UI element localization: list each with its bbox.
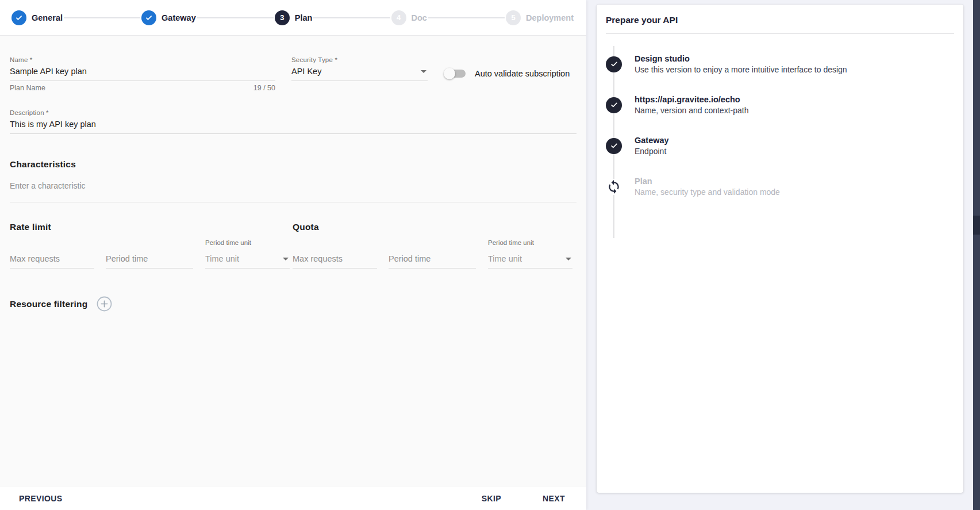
step-label-deployment: Deployment [526, 13, 574, 22]
security-type-select[interactable]: API Key [291, 63, 428, 81]
stepper-connector [64, 17, 140, 18]
progress-item-design-studio: Design studio Use this version to enjoy … [606, 54, 954, 74]
page-scrollbar-thumb[interactable] [973, 216, 980, 235]
resource-filtering-section: Resource filtering [10, 296, 577, 312]
auto-validate-toggle[interactable] [445, 70, 466, 78]
panel-divider [606, 33, 954, 34]
plan-wizard-card: General Gateway 3 Plan 4 Doc 5 Deploymen… [0, 0, 586, 510]
security-type-field-group: Security Type * API Key [291, 56, 428, 81]
wizard-footer: PREVIOUS SKIP NEXT [0, 486, 586, 510]
check-circle-icon [606, 138, 622, 154]
step-label-doc: Doc [412, 13, 427, 22]
stepper-step-doc[interactable]: 4 Doc [391, 10, 427, 25]
step-label-gateway: Gateway [162, 13, 196, 22]
name-input[interactable] [10, 63, 275, 81]
progress-item-title: Plan [635, 177, 780, 186]
name-field-label: Name * [10, 56, 275, 63]
stepper-step-deployment[interactable]: 5 Deployment [506, 10, 574, 25]
plan-form: Name * Plan Name 19 / 50 Security Type *… [0, 36, 586, 486]
previous-button[interactable]: PREVIOUS [19, 494, 63, 503]
step-label-plan: Plan [295, 13, 313, 22]
wizard-stepper: General Gateway 3 Plan 4 Doc 5 Deploymen… [0, 0, 586, 36]
step-done-check-icon [141, 10, 156, 25]
characteristic-input[interactable] [10, 178, 577, 202]
rate-limit-time-unit-select[interactable]: Time unit [205, 251, 290, 269]
check-circle-icon [606, 56, 622, 72]
quota-time-unit-label: Period time unit [488, 239, 572, 246]
progress-item-title: Gateway [635, 136, 669, 145]
step-number-badge: 5 [506, 10, 521, 25]
rate-limit-time-unit-label: Period time unit [205, 239, 290, 246]
progress-item-title: Design studio [635, 54, 847, 63]
step-done-check-icon [11, 10, 26, 25]
plus-icon [102, 301, 108, 307]
stepper-connector [428, 17, 505, 18]
next-button[interactable]: NEXT [543, 494, 565, 503]
characteristics-section: Characteristics [10, 159, 577, 202]
quota-section: Quota Period time unit Time unit [293, 222, 572, 269]
stepper-connector [313, 17, 390, 18]
quota-time-unit-value: Time unit [488, 254, 522, 263]
rate-limit-time-unit-value: Time unit [205, 254, 239, 263]
name-char-counter: 19 / 50 [253, 84, 275, 92]
description-input[interactable] [10, 116, 577, 134]
panel-title: Prepare your API [606, 10, 954, 33]
name-hint: Plan Name [10, 84, 45, 92]
rate-limit-section: Rate limit Period time unit Time unit [10, 222, 290, 269]
rate-limit-heading: Rate limit [10, 222, 290, 232]
progress-item-title: https://api.gravitee.io/echo [635, 95, 748, 104]
prepare-api-panel: Prepare your API Design studio Use this … [597, 5, 963, 493]
rate-limit-max-requests-input[interactable] [10, 251, 94, 269]
add-resource-filter-button[interactable] [97, 296, 112, 312]
toggle-thumb [444, 68, 455, 79]
stepper-step-gateway[interactable]: Gateway [141, 10, 196, 25]
step-number-badge: 3 [275, 10, 290, 25]
sync-icon [606, 179, 622, 195]
progress-item-description: Name, security type and validation mode [635, 187, 780, 197]
panel-progress-list: Design studio Use this version to enjoy … [606, 54, 954, 197]
check-circle-icon [606, 97, 622, 113]
rate-limit-period-time-input[interactable] [106, 251, 193, 269]
resource-filtering-heading: Resource filtering [10, 299, 87, 309]
caret-down-icon [283, 258, 289, 260]
auto-validate-toggle-group: Auto validate subscription [445, 69, 570, 78]
quota-max-requests-input[interactable] [293, 251, 377, 269]
progress-item-gateway: Gateway Endpoint [606, 136, 954, 156]
stepper-step-general[interactable]: General [11, 10, 63, 25]
caret-down-icon [566, 258, 571, 260]
step-number-badge: 4 [391, 10, 406, 25]
quota-heading: Quota [293, 222, 572, 232]
stepper-connector [197, 17, 274, 18]
skip-button[interactable]: SKIP [482, 494, 501, 503]
progress-item-description: Name, version and context-path [635, 106, 748, 115]
security-type-label: Security Type * [291, 56, 428, 63]
progress-item-plan: Plan Name, security type and validation … [606, 177, 954, 197]
progress-item-description: Endpoint [635, 147, 669, 156]
caret-down-icon [421, 70, 426, 73]
security-type-value: API Key [291, 67, 321, 76]
characteristics-heading: Characteristics [10, 159, 577, 170]
progress-item-context-path: https://api.gravitee.io/echo Name, versi… [606, 95, 954, 115]
quota-time-unit-select[interactable]: Time unit [488, 251, 572, 269]
stepper-step-plan[interactable]: 3 Plan [275, 10, 313, 25]
quota-period-time-input[interactable] [389, 251, 476, 269]
page-scrollbar-track[interactable] [973, 0, 980, 510]
description-field-group: Description * [10, 109, 577, 134]
plan-name-field-group: Name * Plan Name 19 / 50 [10, 56, 275, 92]
progress-item-description: Use this version to enjoy a more intuiti… [635, 65, 847, 74]
auto-validate-label: Auto validate subscription [475, 69, 570, 78]
description-label: Description * [10, 109, 577, 116]
step-label-general: General [32, 13, 63, 22]
